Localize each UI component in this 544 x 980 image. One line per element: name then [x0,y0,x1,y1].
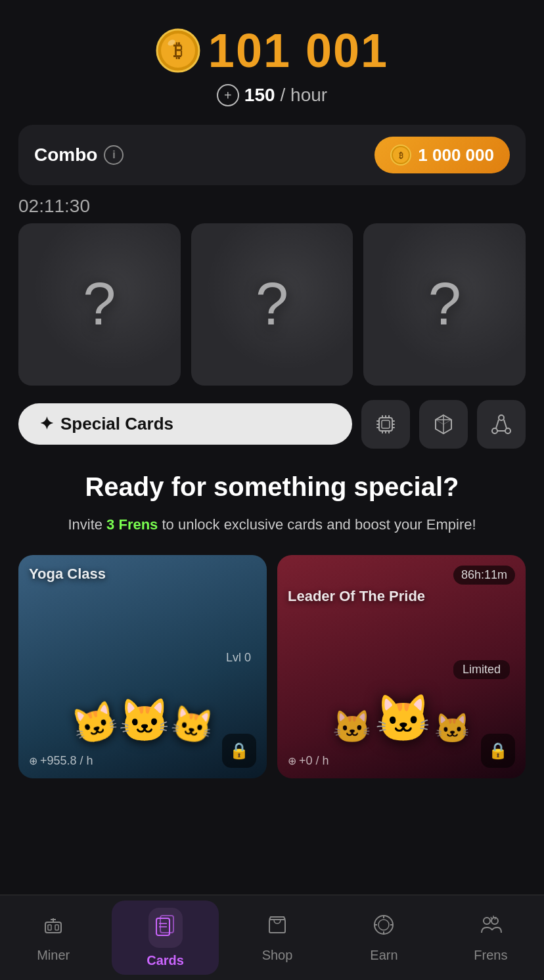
combo-reward: ₿ 1 000 000 [374,137,510,173]
leader-card-lock: 🔒 [481,734,515,768]
top-section: ₿ 101 001 + 150 / hour [0,0,544,113]
combo-card-3[interactable]: ? [363,223,526,386]
combo-reward-value: 1 000 000 [418,145,494,166]
hourly-rate: + 150 / hour [217,84,327,106]
nav-cards-label: Cards [147,953,184,968]
leader-card-title: Leader Of The Pride [288,587,515,606]
yoga-card-title: Yoga Class [29,566,106,583]
combo-text: Combo [34,145,97,166]
cards-icon [154,913,177,943]
hourly-value: 150 [244,85,275,106]
sparkle-icon: ✦ [39,414,54,434]
yoga-card-overlay: Yoga Class Lvl 0 ⊕ +955.8 / h 🔒 [18,555,267,778]
combo-cards: ? ? ? [18,223,526,386]
svg-line-25 [436,420,443,424]
tab-special-label: Special Cards [60,414,173,434]
special-desc-after: to unlock exclusive cards and boost your… [158,516,476,533]
cube-icon [432,412,455,436]
yoga-card-level: Lvl 0 [226,651,251,665]
combo-card-3-icon: ? [428,271,461,338]
nav-miner[interactable]: Miner [0,895,106,980]
balance-display: 101 001 [208,24,388,78]
svg-text:₿: ₿ [399,151,403,160]
tab-tech-icon[interactable] [361,400,410,449]
svg-point-42 [374,916,393,934]
leader-card-overlay: 86h:11m Leader Of The Pride Limited ⊕ +0… [277,555,526,778]
category-tabs: ✦ Special Cards [18,400,526,449]
special-desc-before: Invite [68,516,106,533]
miner-icon [41,913,65,943]
svg-line-24 [443,420,451,424]
leader-timer-badge: 86h:11m [453,566,515,585]
leader-earn-value: +0 / h [299,754,329,768]
leader-limited-badge: Limited [453,660,510,679]
nav-cards-icon-wrap [148,908,183,948]
coin-balance: ₿ 101 001 [156,24,388,78]
hourly-icon: + [217,84,239,106]
reward-coin-icon: ₿ [390,145,411,166]
earn-icon-leader: ⊕ [288,755,296,767]
svg-line-50 [491,917,492,920]
svg-line-30 [504,420,507,428]
combo-card-1-icon: ? [83,271,116,338]
combo-card-1[interactable]: ? [18,223,181,386]
combo-info-button[interactable]: i [104,145,124,165]
leader-pride-card[interactable]: 🐱 🐱 🐱 86h:11m Leader Of The Pride Limite… [277,555,526,778]
tab-box-icon[interactable] [419,400,468,449]
svg-text:₿: ₿ [173,41,183,61]
svg-point-43 [378,920,389,930]
leader-card-earn: ⊕ +0 / h [288,754,329,768]
card-grid: 🐱 🐱 🐱 Yoga Class Lvl 0 ⊕ [18,555,526,778]
svg-point-26 [499,415,504,420]
nav-shop[interactable]: Shop [224,895,330,980]
combo-bar: Combo i ₿ 1 000 000 [18,125,526,185]
yoga-card-lock: 🔒 [222,734,256,768]
svg-point-28 [505,428,510,434]
network-icon [489,412,513,436]
yoga-card-earn: ⊕ +955.8 / h [29,754,93,768]
special-description: Invite 3 Frens to unlock exclusive cards… [18,514,526,535]
svg-rect-41 [269,920,285,933]
frens-count: 3 Frens [106,516,158,533]
nav-earn[interactable]: Earn [330,895,437,980]
tab-network-icon[interactable] [477,400,526,449]
nav-cards[interactable]: Cards [112,901,218,975]
bottom-nav: Miner Cards Shop [0,895,544,980]
svg-rect-34 [55,925,58,930]
tab-special-cards[interactable]: ✦ Special Cards [18,403,352,445]
nav-miner-label: Miner [37,948,70,963]
svg-rect-8 [382,420,390,428]
svg-rect-7 [379,418,392,431]
hourly-label: / hour [281,85,328,106]
coin-icon: ₿ [156,28,200,73]
special-section: Ready for something special? Invite 3 Fr… [0,459,544,791]
svg-point-48 [484,918,490,924]
info-icon: i [112,149,115,161]
combo-timer: 02:11:30 [18,196,526,217]
yoga-class-card[interactable]: 🐱 🐱 🐱 Yoga Class Lvl 0 ⊕ [18,555,267,778]
earn-icon-yoga: ⊕ [29,755,37,767]
combo-card-2[interactable]: ? [191,223,353,386]
nav-frens-label: Frens [474,948,507,963]
svg-rect-33 [48,925,51,930]
combo-card-2-icon: ? [256,271,288,338]
svg-point-27 [492,428,497,434]
chip-icon [374,412,397,436]
yoga-earn-value: +955.8 / h [40,754,93,768]
special-title: Ready for something special? [18,472,526,502]
frens-icon [479,913,503,943]
combo-label: Combo i [34,145,124,166]
nav-frens[interactable]: Frens [438,895,544,980]
shop-icon [265,913,289,943]
nav-shop-label: Shop [262,948,293,963]
nav-earn-label: Earn [370,948,397,963]
earn-icon [372,913,396,943]
svg-line-29 [496,420,499,428]
